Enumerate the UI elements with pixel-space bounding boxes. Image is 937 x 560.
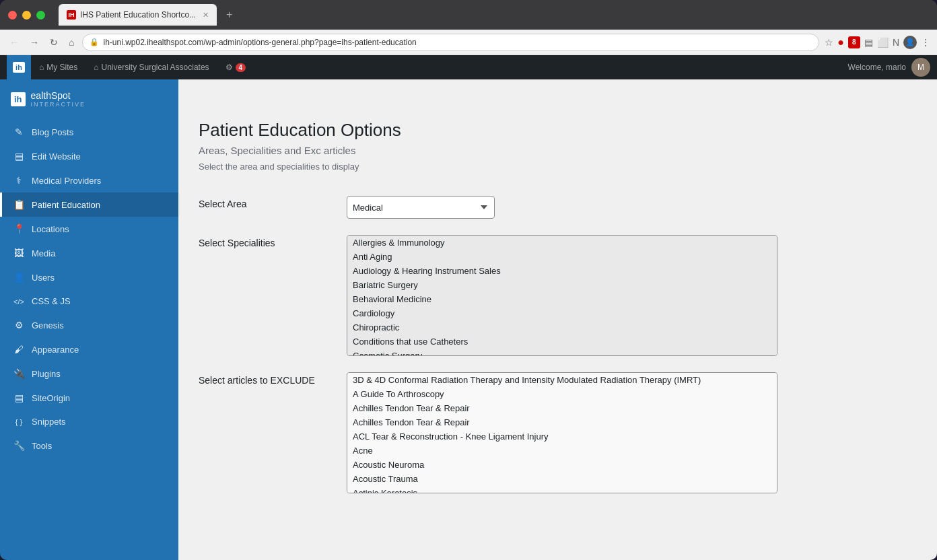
user-account-icon[interactable]: 👤 [903,36,917,49]
wp-topbar-logo: ih [7,55,31,79]
css-js-label: CSS & JS [32,296,71,306]
wp-topbar: ih ⌂ My Sites ⌂ University Surgical Asso… [0,55,937,79]
specialities-list[interactable]: Allergies & Immunology Anti Aging Audiol… [347,235,777,356]
refresh-button[interactable]: ↻ [47,36,61,49]
patient-education-icon: 📋 [13,199,25,210]
sidebar-brand: ih ealthSpot INTERACTIVE [0,79,178,114]
page-title: Patient Education Options [199,120,917,141]
close-button[interactable] [8,11,17,20]
siteorigin-label: SiteOrigin [32,393,70,403]
forward-button[interactable]: → [27,36,42,49]
notifications-icon[interactable]: ⚙ 4 [217,55,254,79]
page-subtitle: Areas, Specialities and Exc articles [199,145,917,156]
locations-label: Locations [32,224,69,234]
users-label: Users [32,273,55,283]
media-icon: 🖼 [13,248,25,258]
spec-option-4: Bariatric Surgery [347,278,777,292]
tools-label: Tools [32,441,52,451]
sites-icon: ⌂ [39,63,44,72]
browser-toolbar: ← → ↻ ⌂ 🔒 ih-uni.wp02.ihealthspot.com/wp… [0,30,937,55]
select-area-row: Select Area Medical Dental Vision Mental… [199,188,917,227]
extension-4-icon[interactable]: N [893,37,899,48]
exclude-option-3: Achilles Tendon Tear & Repair [347,401,777,415]
bookmark-icon[interactable]: ☆ [825,37,833,48]
medical-providers-label: Medical Providers [32,176,101,186]
sidebar-item-users[interactable]: 👤 Users [0,265,178,289]
select-exclude-label: Select articles to EXCLUDE [199,375,315,386]
css-js-icon: </> [13,298,25,306]
appearance-label: Appearance [32,345,79,355]
extension-2-icon[interactable]: ▤ [864,37,873,48]
sidebar-item-edit-website[interactable]: ▤ Edit Website [0,144,178,168]
address-bar[interactable]: 🔒 ih-uni.wp02.ihealthspot.com/wp-admin/o… [82,34,819,51]
sidebar-item-locations[interactable]: 📍 Locations [0,217,178,241]
patient-education-label: Patient Education [32,200,100,210]
my-sites-menu[interactable]: ⌂ My Sites [31,55,85,79]
genesis-label: Genesis [32,320,64,330]
wp-content: Patient Education Options Areas, Special… [178,104,937,518]
select-exclude-row: Select articles to EXCLUDE 3D & 4D Confo… [199,364,917,501]
spec-option-7: Chiropractic [347,320,777,335]
spec-option-9: Cosmetic Surgery [347,349,777,356]
sidebar-item-siteorigin[interactable]: ▤ SiteOrigin [0,386,178,410]
extensions-icon[interactable]: ● [837,36,844,48]
new-tab-button[interactable]: + [226,9,232,21]
sidebar-item-medical-providers[interactable]: ⚕ Medical Providers [0,168,178,193]
home-button[interactable]: ⌂ [66,36,77,49]
sidebar-item-blog-posts[interactable]: ✎ Blog Posts [0,120,178,144]
sidebar-brand-text: ealthSpot INTERACTIVE [31,90,86,108]
blog-posts-icon: ✎ [13,127,25,137]
sidebar-item-media[interactable]: 🖼 Media [0,241,178,265]
extension-3-icon[interactable]: ⬜ [877,37,889,48]
sidebar-item-plugins[interactable]: 🔌 Plugins [0,361,178,386]
select-area-label: Select Area [199,199,247,209]
extension-1-icon[interactable]: 8 [848,36,860,48]
spec-option-2: Anti Aging [347,250,777,264]
sidebar-item-snippets[interactable]: { } Snippets [0,410,178,433]
blog-posts-label: Blog Posts [32,127,73,137]
exclude-option-6: Acne [347,444,777,458]
site-name-text: University Surgical Associates [102,63,209,72]
wp-sidebar: ih ealthSpot INTERACTIVE ✎ Blog Posts ▤ … [0,55,178,560]
minimize-button[interactable] [22,11,31,20]
sidebar-logo: ih [11,92,26,106]
edit-website-label: Edit Website [32,151,81,162]
site-name-link[interactable]: ⌂ University Surgical Associates [85,55,217,79]
maximize-button[interactable] [36,11,45,20]
spec-option-6: Cardiology [347,306,777,320]
spec-option-8: Conditions that use Catheters [347,335,777,349]
tools-icon: 🔧 [13,440,25,451]
sidebar-item-patient-education[interactable]: 📋 Patient Education [0,193,178,217]
exclude-articles-list[interactable]: 3D & 4D Conformal Radiation Therapy and … [347,372,777,493]
browser-tab[interactable]: IH IHS Patient Education Shortco... ✕ [59,4,217,26]
lock-icon: 🔒 [90,38,99,46]
options-form: Select Area Medical Dental Vision Mental… [199,188,917,501]
exclude-option-1: 3D & 4D Conformal Radiation Therapy and … [347,373,777,387]
url-text: ih-uni.wp02.ihealthspot.com/wp-admin/opt… [103,38,416,47]
my-sites-label: My Sites [46,63,77,72]
tab-favicon: IH [67,10,76,20]
select-area-dropdown[interactable]: Medical Dental Vision Mental Health [347,196,495,219]
menu-icon[interactable]: ⋮ [921,37,930,48]
exclude-option-4: Achilles Tendon Tear & Repair [347,415,777,429]
spec-option-5: Behavioral Medicine [347,292,777,306]
spec-option-1: Allergies & Immunology [347,236,777,250]
tab-title: IHS Patient Education Shortco... [80,10,196,20]
wp-main: Patient Education Options Areas, Special… [178,55,937,560]
spec-option-3: Audiology & Hearing Instrument Sales [347,264,777,278]
plugins-icon: 🔌 [13,368,25,379]
sidebar-item-css-js[interactable]: </> CSS & JS [0,289,178,313]
sidebar-item-genesis[interactable]: ⚙ Genesis [0,313,178,337]
plugins-label: Plugins [32,369,61,379]
user-avatar[interactable]: M [911,58,930,77]
wp-logo: ih [13,62,25,73]
media-label: Media [32,248,55,258]
sidebar-item-appearance[interactable]: 🖌 Appearance [0,337,178,361]
exclude-option-2: A Guide To Arthroscopy [347,387,777,401]
sidebar-item-tools[interactable]: 🔧 Tools [0,433,178,458]
back-button[interactable]: ← [7,36,22,49]
tab-close-icon[interactable]: ✕ [203,11,209,20]
select-specialities-label: Select Specialities [199,238,275,248]
locations-icon: 📍 [13,223,25,234]
exclude-option-9: Actinic Keratosis [347,486,777,493]
